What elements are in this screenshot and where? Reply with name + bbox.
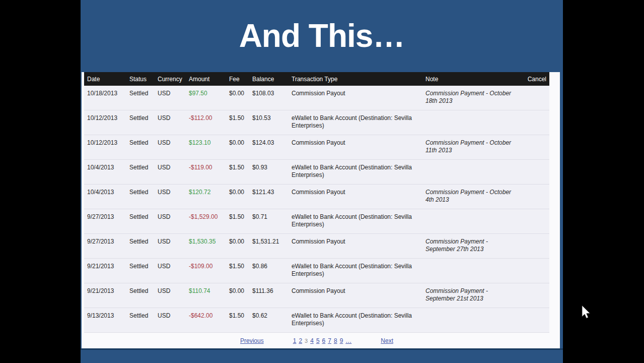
date-cell: 9/21/2013	[84, 283, 126, 308]
transactions-panel: Date Status Currency Amount Fee Balance …	[82, 72, 560, 348]
status-cell: Settled	[126, 283, 155, 308]
note-cell	[422, 308, 521, 332]
fee-cell: $1.50	[226, 308, 249, 332]
amount-cell: $120.72	[186, 185, 226, 209]
note-cell	[422, 259, 521, 283]
date-cell: 9/27/2013	[84, 234, 126, 258]
balance-cell: $0.62	[249, 308, 289, 332]
status-cell: Settled	[126, 185, 155, 209]
slide: And This… Date Status Currency Amount Fe…	[81, 0, 563, 363]
date-cell: 10/12/2013	[84, 110, 126, 135]
fee-cell: $0.00	[226, 283, 249, 308]
status-cell: Settled	[126, 110, 155, 135]
note-cell: Commission Payment - October 11th 2013	[422, 135, 521, 159]
table-body: 10/18/2013 Settled USD $97.50 $0.00 $108…	[84, 86, 549, 333]
fee-cell: $0.00	[226, 135, 249, 159]
currency-cell: USD	[155, 283, 186, 308]
page-number-link[interactable]: 8	[334, 337, 337, 344]
transaction-type-cell: Commission Payout	[289, 135, 422, 159]
page-number-list: 123456789…	[293, 337, 352, 344]
page-number-link[interactable]: 7	[328, 337, 331, 344]
cancel-cell	[521, 86, 549, 110]
balance-cell: $1,531.21	[249, 234, 289, 258]
table-row: 9/13/2013 Settled USD -$642.00 $1.50 $0.…	[84, 308, 549, 333]
transaction-type-cell: eWallet to Bank Account (Destination: Se…	[289, 110, 422, 135]
transaction-type-cell: eWallet to Bank Account (Destination: Se…	[289, 308, 422, 332]
table-row: 10/12/2013 Settled USD -$112.00 $1.50 $1…	[84, 110, 549, 135]
slide-footer-divider	[81, 348, 563, 350]
transaction-type-cell: Commission Payout	[289, 185, 422, 209]
previous-page-link[interactable]: Previous	[240, 337, 264, 344]
amount-cell: -$1,529.00	[186, 209, 226, 233]
status-cell: Settled	[126, 209, 155, 233]
date-cell: 10/12/2013	[84, 135, 126, 159]
note-cell: Commission Payment - September 27th 2013	[422, 234, 521, 258]
balance-cell: $10.53	[249, 110, 289, 135]
cancel-cell	[521, 234, 549, 258]
transaction-type-cell: Commission Payout	[289, 234, 422, 258]
cancel-cell	[521, 308, 549, 332]
table-row: 10/18/2013 Settled USD $97.50 $0.00 $108…	[84, 86, 549, 110]
transaction-type-cell: eWallet to Bank Account (Destination: Se…	[289, 209, 422, 233]
status-cell: Settled	[126, 135, 155, 159]
amount-cell: $97.50	[186, 86, 226, 110]
column-header-amount: Amount	[186, 76, 226, 83]
amount-cell: -$119.00	[186, 160, 226, 184]
page-number-link[interactable]: 6	[322, 337, 326, 344]
currency-cell: USD	[155, 185, 186, 209]
cancel-cell	[521, 185, 549, 209]
column-header-status: Status	[126, 76, 155, 83]
balance-cell: $121.43	[249, 185, 289, 209]
currency-cell: USD	[155, 160, 186, 184]
next-page-link[interactable]: Next	[381, 337, 393, 344]
page-number-link[interactable]: 2	[299, 337, 302, 344]
page-number-link[interactable]: …	[345, 337, 351, 344]
date-cell: 10/4/2013	[84, 160, 126, 184]
status-cell: Settled	[126, 259, 155, 283]
column-header-fee: Fee	[226, 76, 249, 83]
page-number-link[interactable]: 4	[310, 337, 314, 344]
transaction-type-cell: Commission Payout	[289, 283, 422, 308]
amount-cell: -$109.00	[186, 259, 226, 283]
balance-cell: $0.71	[249, 209, 289, 233]
note-cell: Commission Payment - October 4th 2013	[422, 185, 521, 209]
transaction-type-cell: eWallet to Bank Account (Destination: Se…	[289, 259, 422, 283]
note-cell: Commission Payment - September 21st 2013	[422, 283, 521, 308]
cancel-cell	[521, 283, 549, 308]
amount-cell: -$112.00	[186, 110, 226, 135]
currency-cell: USD	[155, 259, 186, 283]
fee-cell: $1.50	[226, 209, 249, 233]
amount-cell: $123.10	[186, 135, 226, 159]
amount-cell: $110.74	[186, 283, 226, 308]
fee-cell: $1.50	[226, 259, 249, 283]
date-cell: 9/27/2013	[84, 209, 126, 233]
date-cell: 10/18/2013	[84, 86, 126, 110]
page-number-current: 3	[305, 338, 308, 344]
status-cell: Settled	[126, 234, 155, 258]
status-cell: Settled	[126, 86, 155, 110]
status-cell: Settled	[126, 160, 155, 184]
pagination-bar: Previous 123456789… Next	[84, 333, 549, 348]
table-row: 9/27/2013 Settled USD $1,530.35 $0.00 $1…	[84, 234, 549, 259]
table-row: 9/27/2013 Settled USD -$1,529.00 $1.50 $…	[84, 209, 549, 234]
column-header-balance: Balance	[249, 76, 289, 83]
date-cell: 9/13/2013	[84, 308, 126, 332]
page-number-link[interactable]: 9	[340, 337, 343, 344]
balance-cell: $0.93	[249, 160, 289, 184]
note-cell	[422, 209, 521, 233]
page-number-link[interactable]: 1	[293, 337, 297, 344]
note-cell	[422, 110, 521, 135]
cancel-cell	[521, 160, 549, 184]
table-row: 9/21/2013 Settled USD $110.74 $0.00 $111…	[84, 283, 549, 308]
column-header-transaction-type: Transaction Type	[289, 76, 422, 83]
fee-cell: $0.00	[226, 86, 249, 110]
table-header-row: Date Status Currency Amount Fee Balance …	[84, 72, 549, 86]
currency-cell: USD	[155, 86, 186, 110]
fee-cell: $0.00	[226, 185, 249, 209]
balance-cell: $108.03	[249, 86, 289, 110]
column-header-cancel: Cancel	[521, 76, 549, 83]
balance-cell: $124.03	[249, 135, 289, 159]
page-number-link[interactable]: 5	[316, 337, 320, 344]
currency-cell: USD	[155, 110, 186, 135]
fee-cell: $1.50	[226, 160, 249, 184]
